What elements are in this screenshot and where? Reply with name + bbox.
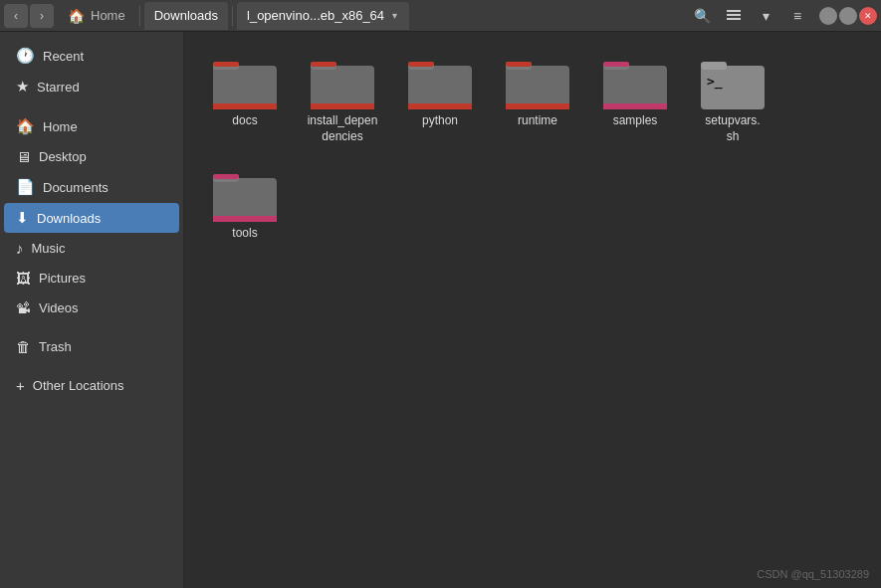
folder-icon-install-deps	[311, 56, 374, 109]
home-icon: 🏠	[16, 117, 35, 135]
close-button[interactable]: ✕	[859, 7, 877, 25]
recent-icon: 🕐	[16, 47, 35, 65]
minimize-button[interactable]: −	[819, 7, 837, 25]
maximize-button[interactable]: □	[839, 7, 857, 25]
sidebar-label-documents: Documents	[43, 180, 109, 195]
svg-rect-31	[213, 216, 277, 222]
list-item[interactable]: install_dependencies	[298, 48, 387, 152]
folder-icon-docs	[213, 56, 277, 109]
list-item[interactable]: python	[395, 48, 485, 152]
svg-rect-6	[213, 103, 277, 109]
svg-rect-32	[213, 174, 239, 179]
sidebar-item-home[interactable]: 🏠 Home	[4, 111, 179, 141]
sidebar-label-home: Home	[43, 119, 78, 134]
folder-icon-samples	[603, 56, 667, 109]
home-tab-icon: 🏠	[68, 8, 85, 24]
svg-rect-11	[370, 103, 374, 109]
list-view-button[interactable]	[720, 4, 748, 28]
svg-rect-13	[311, 62, 336, 67]
list-item[interactable]: >_ setupvars.sh	[688, 48, 777, 152]
tabs: 🏠 Home Downloads l_openvino...eb_x86_64 …	[58, 2, 688, 30]
sidebar-item-trash[interactable]: 🗑 Trash	[4, 332, 179, 361]
list-item[interactable]: runtime	[493, 48, 582, 152]
svg-rect-10	[311, 103, 374, 109]
folder-icon-python	[408, 56, 472, 109]
tab-downloads[interactable]: Downloads	[144, 2, 228, 30]
svg-rect-12	[311, 103, 315, 109]
sidebar-label-recent: Recent	[43, 49, 84, 64]
sidebar-label-music: Music	[32, 241, 66, 256]
other-locations-icon: +	[16, 377, 25, 394]
tab-home-label: Home	[91, 8, 125, 23]
sidebar: 🕐 Recent ★ Starred 🏠 Home 🖥 Desktop 📄 Do…	[0, 32, 184, 588]
downloads-icon: ⬇	[16, 209, 29, 227]
list-item[interactable]: docs	[200, 48, 290, 152]
sidebar-label-desktop: Desktop	[39, 149, 87, 164]
list-item[interactable]: tools	[200, 160, 290, 250]
file-label: install_dependencies	[306, 113, 379, 144]
hamburger-button[interactable]: ≡	[783, 4, 811, 28]
content-area: docs install_dependencies	[184, 32, 881, 588]
file-label: setupvars.sh	[705, 113, 760, 144]
svg-rect-24	[603, 103, 667, 109]
file-label: tools	[232, 226, 257, 242]
titlebar: ‹ › 🏠 Home Downloads l_openvino...eb_x86…	[0, 0, 881, 32]
trash-icon: 🗑	[16, 338, 31, 355]
documents-icon: 📄	[16, 178, 35, 196]
svg-rect-21	[506, 62, 532, 67]
sidebar-item-desktop[interactable]: 🖥 Desktop	[4, 142, 179, 171]
view-options-button[interactable]: ▾	[752, 4, 779, 28]
sidebar-item-recent[interactable]: 🕐 Recent	[4, 41, 179, 71]
svg-rect-16	[408, 103, 472, 109]
svg-rect-7	[213, 62, 239, 67]
svg-rect-27	[701, 62, 727, 70]
desktop-icon: 🖥	[16, 148, 31, 165]
sidebar-item-downloads[interactable]: ⬇ Downloads	[4, 203, 179, 233]
svg-rect-25	[603, 62, 629, 67]
file-label: python	[422, 113, 458, 129]
file-grid: docs install_dependencies	[200, 48, 865, 250]
file-label: samples	[613, 113, 658, 129]
file-label: docs	[232, 113, 257, 129]
sidebar-gap-1	[0, 102, 183, 110]
nav-buttons: ‹ ›	[4, 4, 54, 28]
svg-rect-8	[311, 66, 374, 109]
folder-icon-setupvars: >_	[701, 56, 765, 109]
starred-icon: ★	[16, 78, 29, 96]
sidebar-gap-2	[0, 323, 183, 331]
list-item[interactable]: samples	[590, 48, 680, 152]
sidebar-item-pictures[interactable]: 🖼 Pictures	[4, 264, 179, 293]
tab-separator-2	[232, 6, 233, 26]
tab-downloads-label: Downloads	[154, 8, 218, 23]
sidebar-label-starred: Starred	[37, 80, 80, 95]
titlebar-actions: 🔍 ▾ ≡	[688, 4, 811, 28]
window-controls: − □ ✕	[819, 7, 877, 25]
sidebar-label-downloads: Downloads	[37, 211, 101, 226]
svg-rect-18	[506, 66, 569, 109]
sidebar-item-music[interactable]: ♪ Music	[4, 234, 179, 263]
tab-openvino[interactable]: l_openvino...eb_x86_64 ▾	[237, 2, 409, 30]
sidebar-item-other-locations[interactable]: + Other Locations	[4, 371, 179, 400]
sidebar-item-videos[interactable]: 📽 Videos	[4, 294, 179, 322]
sidebar-item-documents[interactable]: 📄 Documents	[4, 172, 179, 202]
svg-text:>_: >_	[707, 74, 723, 90]
file-label: runtime	[518, 113, 557, 129]
back-button[interactable]: ‹	[4, 4, 28, 28]
sidebar-label-other-locations: Other Locations	[33, 378, 124, 393]
videos-icon: 📽	[16, 299, 31, 316]
watermark: CSDN @qq_51303289	[757, 568, 869, 580]
sidebar-item-starred[interactable]: ★ Starred	[4, 72, 179, 101]
music-icon: ♪	[16, 240, 24, 257]
folder-icon-runtime	[506, 56, 569, 109]
search-button[interactable]: 🔍	[688, 4, 716, 28]
forward-button[interactable]: ›	[30, 4, 54, 28]
folder-icon-tools	[213, 168, 277, 222]
tab-dropdown-button[interactable]: ▾	[390, 10, 399, 21]
tab-openvino-label: l_openvino...eb_x86_64	[247, 8, 384, 23]
tab-home[interactable]: 🏠 Home	[58, 2, 135, 30]
svg-rect-2	[727, 18, 741, 20]
sidebar-label-trash: Trash	[39, 339, 72, 354]
svg-rect-17	[408, 62, 434, 67]
svg-rect-1	[727, 14, 741, 16]
svg-rect-22	[603, 66, 667, 109]
